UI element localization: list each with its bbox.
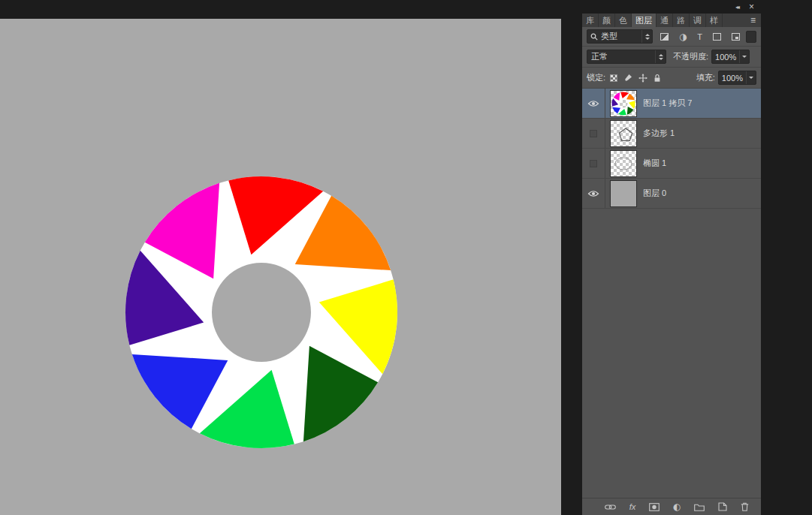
visibility-toggle[interactable]: [582, 179, 605, 208]
panel-dock: ◂◂ × 库 颜 色 图层 通 路 调 样 ≡ 类型 ◑ T: [582, 0, 761, 515]
layers-panel: 类型 ◑ T 正常 不透明度: 100% 锁定:: [582, 27, 761, 515]
lock-pixels-icon[interactable]: [623, 74, 632, 83]
polygon-shape-thumbnail: [611, 121, 636, 146]
blend-mode-select[interactable]: 正常: [587, 50, 666, 64]
collapse-panels-icon[interactable]: ◂◂: [735, 4, 738, 11]
ellipse-shape-thumbnail: [611, 151, 636, 176]
fill-input[interactable]: 100%: [718, 71, 756, 85]
layer-name[interactable]: 椭圆 1: [643, 158, 666, 169]
fill-group: 填充: 100%: [696, 71, 756, 85]
new-adjustment-icon[interactable]: ◐: [673, 502, 681, 511]
adjustment-layer-filter-icon[interactable]: ◑: [679, 32, 687, 41]
filter-icon-group: ◑ T: [660, 32, 740, 41]
tab-color[interactable]: 颜: [599, 14, 615, 27]
new-layer-icon[interactable]: [718, 502, 727, 511]
layer-name[interactable]: 多边形 1: [643, 128, 675, 139]
smart-object-filter-icon[interactable]: [732, 33, 740, 41]
tab-layers[interactable]: 图层: [632, 14, 657, 27]
layer-thumbnail[interactable]: [610, 90, 637, 117]
combo-stepper[interactable]: [641, 30, 652, 43]
filter-combo-label: 类型: [601, 31, 638, 42]
new-group-icon[interactable]: [694, 503, 705, 511]
shutter-logo-thumbnail: [611, 91, 636, 116]
lock-icon-group: [610, 74, 661, 83]
layer-thumbnail[interactable]: [610, 120, 637, 147]
opacity-input[interactable]: 100%: [711, 50, 750, 64]
search-icon: [590, 33, 598, 41]
add-mask-icon[interactable]: [649, 503, 660, 511]
opacity-dropdown-icon[interactable]: [739, 50, 749, 63]
eye-icon: [587, 190, 599, 197]
panel-tab-bar: 库 颜 色 图层 通 路 调 样 ≡: [582, 14, 761, 27]
layers-panel-toolbar: fx ◐: [582, 498, 761, 515]
tab-adjustments[interactable]: 调: [690, 14, 706, 27]
visibility-toggle[interactable]: [582, 89, 605, 118]
eye-hidden-box: [590, 130, 597, 137]
eye-hidden-box: [590, 160, 597, 167]
visibility-toggle[interactable]: [582, 149, 605, 178]
layer-row-layer-1-copy-7[interactable]: 图层 1 拷贝 7: [582, 89, 761, 119]
tab-libraries[interactable]: 库: [582, 14, 599, 27]
layer-list: 图层 1 拷贝 7 多边形 1 椭圆 1: [582, 89, 761, 209]
lock-label: 锁定:: [587, 72, 605, 83]
fx-icon[interactable]: fx: [629, 502, 636, 511]
panel-empty-area: [582, 209, 761, 498]
blend-row: 正常 不透明度: 100%: [582, 47, 761, 68]
panel-menu-icon[interactable]: ≡: [745, 14, 761, 27]
fill-dropdown-icon[interactable]: [746, 71, 756, 84]
close-panel-icon[interactable]: ×: [749, 3, 754, 11]
lock-position-icon[interactable]: [638, 74, 647, 83]
shape-layer-filter-icon[interactable]: [713, 33, 721, 41]
type-layer-filter-icon[interactable]: T: [697, 32, 702, 41]
fill-value: 100%: [719, 74, 746, 83]
layer-name[interactable]: 图层 0: [643, 188, 666, 199]
opacity-value: 100%: [712, 53, 739, 62]
lock-transparency-icon[interactable]: [610, 74, 617, 82]
lock-row: 锁定:: [582, 68, 761, 89]
delete-layer-icon[interactable]: [741, 502, 749, 511]
tab-paths[interactable]: 路: [673, 14, 690, 27]
combo-stepper[interactable]: [655, 50, 666, 63]
blend-mode-value: 正常: [591, 51, 655, 62]
layer-row-ellipse-1[interactable]: 椭圆 1: [582, 149, 761, 179]
document-canvas[interactable]: [0, 19, 561, 515]
pixel-layer-filter-icon[interactable]: [660, 33, 669, 41]
lock-all-icon[interactable]: [654, 74, 661, 83]
layer-filter-row: 类型 ◑ T: [582, 27, 761, 47]
layer-name[interactable]: 图层 1 拷贝 7: [643, 98, 692, 109]
layer-row-polygon-1[interactable]: 多边形 1: [582, 119, 761, 149]
filter-type-combo[interactable]: 类型: [587, 29, 653, 44]
eye-icon: [587, 100, 599, 107]
dock-controls: ◂◂ ×: [582, 0, 761, 14]
link-layers-icon[interactable]: [605, 504, 616, 510]
layer-row-layer-0[interactable]: 图层 0: [582, 179, 761, 209]
filter-toggle[interactable]: [746, 31, 756, 43]
tab-styles[interactable]: 样: [706, 14, 723, 27]
tab-swatches[interactable]: 色: [615, 14, 632, 27]
visibility-toggle[interactable]: [582, 119, 605, 148]
layer-thumbnail[interactable]: [610, 150, 637, 177]
opacity-label: 不透明度:: [673, 51, 708, 62]
layer-thumbnail[interactable]: [610, 180, 637, 207]
shutter-logo-artwork: [111, 162, 412, 462]
fill-label: 填充:: [696, 72, 715, 83]
tab-channels[interactable]: 通: [657, 14, 673, 27]
